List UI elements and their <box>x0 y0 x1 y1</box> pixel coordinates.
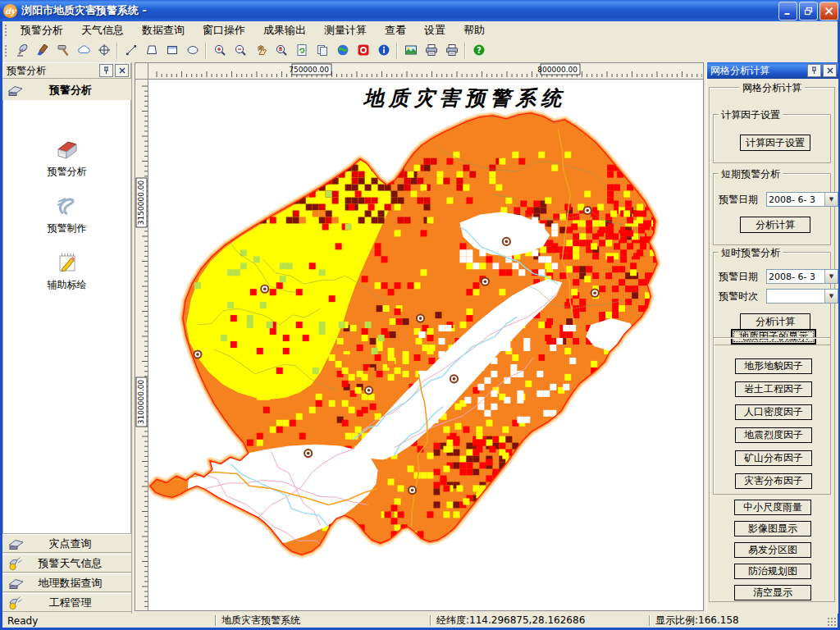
factor-settings-button[interactable]: 计算因子设置 <box>740 135 810 151</box>
group-label: 计算因子设置 <box>719 108 783 122</box>
menubar-grip[interactable] <box>4 24 8 37</box>
factor-button-2[interactable]: 人口密度因子 <box>735 404 812 420</box>
town-marker[interactable] <box>304 450 312 457</box>
menu-item-6[interactable]: 查看 <box>376 21 415 39</box>
menu-item-8[interactable]: 帮助 <box>454 21 494 39</box>
copy-view-button[interactable] <box>312 41 332 61</box>
pin-icon[interactable] <box>807 64 821 77</box>
status-ready: Ready <box>2 614 215 627</box>
combo-value: 2008- 6- 3 <box>767 193 824 206</box>
factor-button-4[interactable]: 矿山分布因子 <box>735 450 812 466</box>
town-marker[interactable] <box>194 350 201 358</box>
book-icon <box>54 136 80 162</box>
menu-item-1[interactable]: 天气信息 <box>72 21 133 39</box>
print-preview-button[interactable] <box>441 41 462 61</box>
menu-item-5[interactable]: 测量计算 <box>315 21 376 39</box>
pin-icon[interactable] <box>99 64 113 77</box>
weather-brush-button[interactable] <box>32 41 52 61</box>
left-panel-item-2[interactable]: 辅助标绘 <box>3 249 130 292</box>
status-system-name: 地质灾害预警系统 <box>217 614 430 627</box>
print-button[interactable] <box>421 41 441 61</box>
left-panel-bar-1[interactable]: 预警天气信息 <box>2 554 131 573</box>
zoom-in-button[interactable] <box>209 41 230 61</box>
left-panel-item-1[interactable]: 预警制作 <box>3 193 130 235</box>
town-marker[interactable] <box>591 290 599 297</box>
chevron-down-icon[interactable]: ▼ <box>824 270 838 283</box>
close-icon[interactable] <box>823 64 837 77</box>
help-button[interactable]: ? <box>468 41 489 61</box>
map-canvas[interactable]: 地质灾害预警系统 <box>148 80 704 611</box>
town-marker[interactable] <box>482 278 489 285</box>
minimize-button[interactable] <box>778 2 797 21</box>
locate-button[interactable] <box>94 41 114 61</box>
refresh-icon <box>295 43 308 59</box>
town-marker[interactable] <box>450 375 458 382</box>
close-button[interactable] <box>819 2 838 21</box>
crosshair-icon <box>98 43 111 59</box>
status-scale: 显示比例:166.158 <box>651 614 838 627</box>
town-marker[interactable] <box>261 285 268 293</box>
town-marker[interactable] <box>417 315 424 322</box>
right-panel-titlebar[interactable]: 网格分析计算 <box>707 62 838 79</box>
left-panel-bar-2[interactable]: 地理数据查询 <box>2 573 131 592</box>
short-term-analyze-button[interactable]: 分析计算 <box>740 217 810 233</box>
menu-item-4[interactable]: 成果输出 <box>254 21 315 39</box>
resize-grip[interactable] <box>826 616 837 627</box>
stamp-icon <box>7 536 25 552</box>
warning-analysis-button[interactable] <box>11 41 32 61</box>
nowcast-date-combo[interactable]: 2008- 6- 3▼ <box>766 269 838 284</box>
export-image-button[interactable] <box>400 41 421 61</box>
toolbar-grip[interactable] <box>4 44 8 57</box>
make-warning-button[interactable] <box>52 41 73 61</box>
printer-icon <box>445 43 459 59</box>
stop-button[interactable] <box>353 41 373 61</box>
draw-polygon-button[interactable] <box>141 41 162 61</box>
left-panel-section-header[interactable]: 预警分析 <box>2 80 131 101</box>
pan-button[interactable] <box>250 41 271 61</box>
town-marker[interactable] <box>409 486 416 494</box>
extra-button-1[interactable]: 影像图显示 <box>734 521 811 536</box>
factor-button-1[interactable]: 岩土工程因子 <box>735 381 812 397</box>
copy-icon <box>316 43 329 59</box>
extra-button-4[interactable]: 清空显示 <box>734 585 811 600</box>
menu-item-2[interactable]: 数据查询 <box>133 21 194 39</box>
left-panel-bar-3[interactable]: 工程管理 <box>2 593 131 612</box>
menu-item-7[interactable]: 设置 <box>415 21 454 39</box>
zoom-extent-button[interactable] <box>271 41 291 61</box>
town-marker[interactable] <box>365 386 372 394</box>
nowcast-analyze-button[interactable]: 分析计算 <box>740 313 810 330</box>
draw-rectangle-button[interactable] <box>162 41 182 61</box>
left-panel-bar-label: 灾点查询 <box>25 536 131 551</box>
menu-item-0[interactable]: 预警分析 <box>11 21 72 39</box>
nowcast-hour-combo[interactable]: ▼ <box>766 289 838 304</box>
left-panel-bar-label: 预警天气信息 <box>25 556 131 571</box>
refresh-button[interactable] <box>291 41 312 61</box>
left-panel-bar-0[interactable]: 灾点查询 <box>2 534 131 553</box>
draw-ellipse-button[interactable] <box>182 41 203 61</box>
close-icon[interactable] <box>115 64 129 77</box>
left-panel-title: 预警分析 <box>7 64 99 78</box>
extra-button-3[interactable]: 防治规划图 <box>734 564 811 579</box>
factor-button-0[interactable]: 地形地貌因子 <box>735 358 812 374</box>
extra-button-0[interactable]: 中小尺度雨量 <box>734 500 811 515</box>
group-1: 短期预警分析预警日期2008- 6- 3▼分析计算 <box>713 173 831 245</box>
chevron-down-icon[interactable]: ▼ <box>824 193 838 206</box>
restore-button[interactable] <box>799 2 818 21</box>
left-panel-item-0[interactable]: 预警分析 <box>3 136 130 179</box>
town-marker[interactable] <box>584 207 591 214</box>
chevron-down-icon[interactable]: ▼ <box>824 290 838 303</box>
cloud-button[interactable] <box>73 41 94 61</box>
factor-button-5[interactable]: 灾害分布因子 <box>735 473 812 489</box>
short-term-date-combo[interactable]: 2008- 6- 3▼ <box>766 192 838 207</box>
factor-button-3[interactable]: 地震烈度因子 <box>735 427 812 443</box>
draw-line-button[interactable] <box>121 41 141 61</box>
title-bar[interactable]: dy 浏阳市地质灾害预警系统 - <box>0 0 840 21</box>
zoom-out-button[interactable] <box>230 41 250 61</box>
menu-item-3[interactable]: 窗口操作 <box>194 21 254 39</box>
left-panel-titlebar[interactable]: 预警分析 <box>2 62 131 79</box>
hammer-icon <box>57 43 70 59</box>
extra-button-2[interactable]: 易发分区图 <box>734 542 811 558</box>
info-button[interactable] <box>373 41 394 61</box>
globe-button[interactable] <box>332 41 353 61</box>
town-marker[interactable] <box>503 238 510 245</box>
